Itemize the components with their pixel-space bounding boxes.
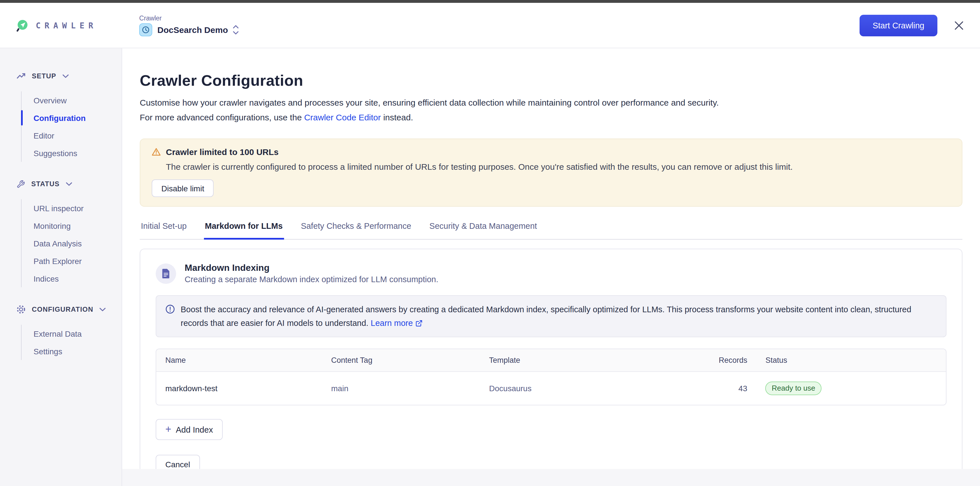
chevron-down-icon <box>66 182 72 186</box>
description-line1: Customise how your crawler navigates and… <box>140 98 719 107</box>
page-description: Customise how your crawler navigates and… <box>140 95 963 125</box>
disable-limit-button[interactable]: Disable limit <box>152 179 214 197</box>
crawler-logo-icon <box>16 19 29 32</box>
table-row[interactable]: markdown-test main Docusaurus 43 Ready t… <box>156 371 946 405</box>
start-crawling-button[interactable]: Start Crawling <box>859 14 937 36</box>
page-title: Crawler Configuration <box>140 71 963 90</box>
sidebar-item-monitoring[interactable]: Monitoring <box>33 217 122 235</box>
sidebar-item-settings[interactable]: Settings <box>33 342 122 360</box>
add-index-button[interactable]: + Add Index <box>156 419 223 440</box>
url-limit-warning-banner: Crawler limited to 100 URLs The crawler … <box>140 138 963 206</box>
description-line2-prefix: For more advanced configurations, use th… <box>140 113 304 122</box>
description-line2-suffix: instead. <box>381 113 413 122</box>
sidebar-item-configuration[interactable]: Configuration <box>33 109 122 127</box>
sidebar-section-setup-header[interactable]: SETUP <box>16 70 122 82</box>
sidebar: SETUP Overview Configuration Editor Sugg… <box>0 48 122 486</box>
clock-icon <box>142 25 150 34</box>
crawler-selector-label: Crawler <box>139 14 239 21</box>
info-icon <box>165 303 175 330</box>
markdown-indexing-card: Markdown Indexing Creating a separate Ma… <box>140 249 963 486</box>
gear-icon <box>16 305 25 314</box>
page-bottom-band <box>122 469 980 486</box>
column-header-records: Records <box>670 349 756 371</box>
column-header-content-tag: Content Tag <box>322 349 480 371</box>
sidebar-item-editor[interactable]: Editor <box>33 127 122 144</box>
document-icon <box>161 268 171 279</box>
sidebar-section-label: STATUS <box>31 180 60 188</box>
sidebar-section-label: SETUP <box>32 72 56 80</box>
card-header: Markdown Indexing Creating a separate Ma… <box>156 263 947 284</box>
cell-status: Ready to use <box>756 372 946 405</box>
column-header-template: Template <box>480 349 670 371</box>
wrench-icon <box>16 180 25 188</box>
logo-wordmark: CRAWLER <box>36 21 97 30</box>
card-subtitle: Creating a separate Markdown index optim… <box>185 275 438 284</box>
trending-up-icon <box>16 71 25 81</box>
tab-security-data-management[interactable]: Security & Data Management <box>428 218 538 240</box>
sidebar-item-external-data[interactable]: External Data <box>33 325 122 342</box>
warning-title: Crawler limited to 100 URLs <box>166 147 278 157</box>
tab-initial-set-up[interactable]: Initial Set-up <box>140 218 188 240</box>
chevron-down-icon <box>100 307 106 311</box>
crawler-selector-value: DocSearch Demo <box>158 25 228 34</box>
tab-markdown-for-llms[interactable]: Markdown for LLMs <box>204 218 284 240</box>
column-header-name: Name <box>156 349 322 371</box>
sidebar-section-configuration-header[interactable]: CONFIGURATION <box>16 303 122 316</box>
tab-safety-checks-performance[interactable]: Safety Checks & Performance <box>300 218 412 240</box>
crawler-code-editor-link[interactable]: Crawler Code Editor <box>304 113 381 122</box>
app-window: CRAWLER Crawler DocSearch Demo <box>0 0 980 486</box>
info-callout: Boost the accuracy and relevance of AI-g… <box>156 295 947 337</box>
info-text: Boost the accuracy and relevance of AI-g… <box>181 305 911 327</box>
sidebar-section-setup: SETUP Overview Configuration Editor Sugg… <box>16 70 122 162</box>
crawler-avatar <box>139 23 152 36</box>
sidebar-item-suggestions[interactable]: Suggestions <box>33 144 122 162</box>
markdown-index-table: Name Content Tag Template Records Status… <box>156 349 947 405</box>
cell-records: 43 <box>670 372 756 405</box>
crawler-logo: CRAWLER <box>16 19 97 32</box>
card-title: Markdown Indexing <box>185 263 438 273</box>
cell-template: Docusaurus <box>480 372 670 405</box>
sidebar-section-status: STATUS URL inspector Monitoring Data Ana… <box>16 178 122 287</box>
main-content: Crawler Configuration Customise how your… <box>122 48 980 486</box>
table-header-row: Name Content Tag Template Records Status <box>156 349 946 371</box>
cell-name: markdown-test <box>156 372 322 405</box>
sidebar-item-path-explorer[interactable]: Path Explorer <box>33 252 122 270</box>
sidebar-section-label: CONFIGURATION <box>32 305 94 313</box>
status-badge: Ready to use <box>765 381 821 395</box>
config-tabs: Initial Set-up Markdown for LLMs Safety … <box>140 218 963 240</box>
sidebar-item-indices[interactable]: Indices <box>33 270 122 287</box>
sidebar-item-data-analysis[interactable]: Data Analysis <box>33 235 122 252</box>
document-icon-circle <box>156 263 176 284</box>
crawler-selector[interactable]: Crawler DocSearch Demo <box>139 14 239 36</box>
learn-more-link[interactable]: Learn more <box>371 319 422 327</box>
plus-icon: + <box>165 424 171 434</box>
sidebar-section-configuration: CONFIGURATION External Data Settings <box>16 303 122 360</box>
cell-content-tag: main <box>322 372 480 405</box>
column-header-status: Status <box>756 349 946 371</box>
sidebar-item-url-inspector[interactable]: URL inspector <box>33 199 122 217</box>
external-link-icon <box>415 319 422 327</box>
top-header: CRAWLER Crawler DocSearch Demo <box>0 3 980 48</box>
close-icon[interactable] <box>953 19 965 32</box>
chevron-up-down-icon <box>233 25 239 34</box>
window-top-strip <box>0 0 980 3</box>
chevron-down-icon <box>62 74 69 78</box>
warning-body: The crawler is currently configured to p… <box>166 161 950 173</box>
sidebar-section-status-header[interactable]: STATUS <box>16 178 122 190</box>
sidebar-item-overview[interactable]: Overview <box>33 91 122 109</box>
warning-triangle-icon <box>152 148 161 156</box>
